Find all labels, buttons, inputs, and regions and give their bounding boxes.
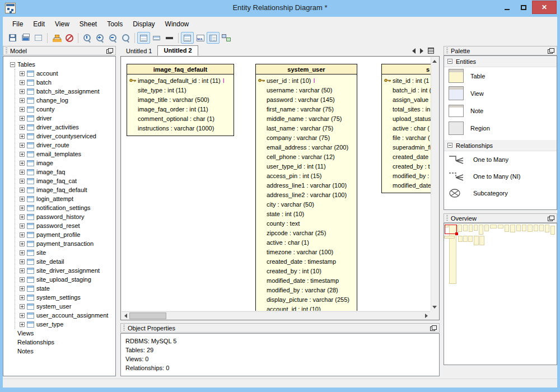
entity-field[interactable]: site_type : int (11)	[127, 85, 234, 95]
entity-field[interactable]: address_line2 : varchar (100)	[256, 190, 357, 199]
menu-item[interactable]: Sheet	[74, 18, 102, 30]
entity-field[interactable]: middle_name : varchar (75)	[256, 114, 357, 123]
zoom-out-button[interactable]	[106, 32, 119, 44]
canvas-horizontal-scrollbar[interactable]	[122, 311, 430, 319]
scroll-down-button[interactable]	[431, 303, 438, 311]
entity-field[interactable]: superadmin_fil	[382, 142, 431, 152]
tree-table-item[interactable]: site	[15, 248, 115, 257]
tree-table-item[interactable]: user_type	[15, 320, 115, 329]
entity-field[interactable]: state : int (10)	[256, 209, 357, 218]
expand-icon[interactable]	[20, 116, 25, 121]
tree-table-item[interactable]: email_templates	[15, 150, 115, 158]
tree-table-item[interactable]: image_faq_default	[15, 185, 115, 194]
collapse-icon[interactable]	[447, 143, 452, 148]
scrollbar-thumb[interactable]	[129, 312, 166, 319]
entity-title[interactable]: image_faq_default	[127, 64, 234, 74]
entity-field[interactable]: modified_date	[382, 180, 431, 190]
maximize-button[interactable]	[515, 1, 532, 13]
entity-title[interactable]: s	[382, 64, 431, 74]
float-panel-icon[interactable]	[548, 216, 554, 221]
expand-icon[interactable]	[20, 197, 25, 202]
view-keys-button[interactable]	[207, 32, 220, 44]
expand-icon[interactable]	[20, 152, 25, 157]
tree-table-item[interactable]: login_attempt	[15, 194, 115, 203]
entity-field[interactable]: created_by : t	[382, 161, 431, 171]
overview-minimap[interactable]	[444, 223, 557, 365]
entity-system-user[interactable]: system_user user_id : int (10) I	[255, 64, 357, 311]
expand-icon[interactable]	[20, 98, 25, 103]
tree-root-item[interactable]: Relationships	[3, 338, 115, 347]
expand-icon[interactable]	[20, 304, 25, 309]
entity-field[interactable]: company : varchar (75)	[256, 133, 357, 142]
tree-table-item[interactable]: site_driver_assignment	[15, 266, 115, 275]
entity-field[interactable]: image_title : varchar (500)	[127, 95, 234, 104]
expand-icon[interactable]	[20, 277, 25, 282]
expand-icon[interactable]	[20, 295, 25, 300]
palette-item-region[interactable]: Region	[444, 119, 557, 137]
expand-icon[interactable]	[20, 179, 25, 184]
left-splitter[interactable]	[116, 46, 120, 376]
expand-icon[interactable]	[20, 89, 25, 94]
zoom-in-button[interactable]	[94, 32, 106, 44]
entity-field[interactable]: instructions : varchar (1000)	[127, 123, 234, 133]
tree-table-item[interactable]: county	[15, 105, 115, 114]
print-button[interactable]	[19, 32, 32, 44]
entity-field[interactable]: modified_date : timestamp	[256, 276, 357, 285]
tab-scroll-right-icon[interactable]	[420, 48, 423, 54]
entity-field[interactable]: first_name : varchar (75)	[256, 104, 357, 114]
tree-table-item[interactable]: site_detail	[15, 257, 115, 266]
scroll-left-button[interactable]	[122, 312, 129, 320]
tree-table-item[interactable]: change_log	[15, 96, 115, 105]
tab-scroll-left-icon[interactable]	[412, 48, 416, 54]
entity-field[interactable]: file : varchar (	[382, 133, 431, 142]
entity-field[interactable]: display_picture : varchar (255)	[256, 295, 357, 304]
palette-item-note[interactable]: Note	[444, 102, 557, 119]
expand-icon[interactable]	[20, 161, 25, 166]
view-null-button[interactable]: NUL	[194, 32, 207, 44]
expand-icon[interactable]	[20, 71, 25, 76]
tree-table-item[interactable]: driver	[15, 114, 115, 123]
tree-root-item[interactable]: Views	[3, 329, 115, 338]
entity-field[interactable]: image_faq_order : int (11)	[127, 104, 234, 114]
expand-icon[interactable]	[20, 188, 25, 193]
tab-untitled-1[interactable]: Untitled 1	[120, 46, 157, 56]
titlebar[interactable]: Entity Relationship Diagram * ✕	[0, 0, 560, 17]
overview-viewport-rect[interactable]	[445, 225, 457, 234]
entity-field[interactable]: assign_value :	[382, 95, 431, 104]
tree-table-item[interactable]: user_account_assignment	[15, 311, 115, 320]
palette-item-view[interactable]: View	[444, 85, 557, 102]
palette-section-entities[interactable]: Entities	[444, 56, 557, 67]
view-minimal-button[interactable]	[163, 32, 176, 44]
entity-field[interactable]: active : char (1)	[256, 237, 357, 247]
entity-field[interactable]: batch_id : int (	[382, 85, 431, 95]
entity-field[interactable]: user_type_id : int (11)	[256, 161, 357, 171]
entity-field[interactable]: user_id : int (10) I	[256, 76, 357, 85]
float-panel-icon[interactable]	[548, 48, 554, 54]
expand-icon[interactable]	[20, 170, 25, 175]
expand-icon[interactable]	[20, 125, 25, 130]
tree-table-item[interactable]: batch_site_assignment	[15, 87, 115, 96]
expand-icon[interactable]	[20, 241, 25, 246]
expand-icon[interactable]	[20, 286, 25, 291]
entity-image-faq-default[interactable]: image_faq_default image_faq_default_id :…	[127, 64, 234, 136]
expand-icon[interactable]	[20, 143, 25, 148]
tree-root-tables[interactable]: Tables	[3, 60, 115, 69]
expand-icon[interactable]	[20, 250, 25, 255]
panel-grip[interactable]	[446, 48, 448, 54]
expand-icon[interactable]	[20, 259, 25, 264]
float-panel-icon[interactable]	[430, 325, 437, 331]
entity-field[interactable]: created_by : int (10)	[256, 266, 357, 276]
tab-untitled-2[interactable]: Untitled 2	[157, 45, 198, 56]
menu-item[interactable]: Tools	[102, 18, 128, 30]
tree-table-item[interactable]: driver_activities	[15, 123, 115, 132]
entity-field[interactable]: image_faq_default_id : int (11) I	[127, 76, 234, 85]
tree-table-item[interactable]: account	[15, 69, 115, 78]
tree-table-item[interactable]: notification_settings	[15, 203, 115, 212]
view-details-button[interactable]	[181, 32, 194, 44]
expand-icon[interactable]	[20, 134, 25, 139]
palette-section-relationships[interactable]: Relationships	[444, 140, 557, 151]
canvas-vertical-scrollbar[interactable]	[431, 57, 438, 311]
collapse-icon[interactable]	[10, 62, 15, 67]
menu-item[interactable]: Edit	[28, 18, 50, 30]
expand-icon[interactable]	[20, 268, 25, 273]
